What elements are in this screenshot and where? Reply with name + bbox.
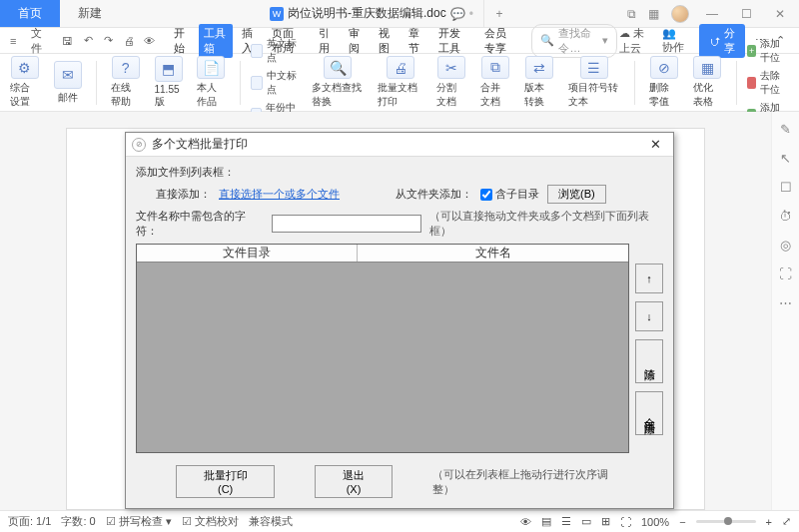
fit-icon[interactable]: ⛶ <box>620 516 631 528</box>
zoom-in[interactable]: + <box>766 516 772 528</box>
move-down-button[interactable]: ↓ <box>635 301 663 331</box>
minus-icon <box>747 77 756 89</box>
command-search[interactable]: 🔍 查找命令… ▾ <box>531 24 617 58</box>
status-spell[interactable]: ☑ 拼写检查 ▾ <box>106 514 172 529</box>
minimize-button[interactable]: — <box>701 7 723 21</box>
ribbon-split[interactable]: ✂分割文档 <box>432 56 470 109</box>
col-filename[interactable]: 文件名 <box>358 245 628 262</box>
pen-icon[interactable]: ✎ <box>780 122 791 137</box>
menu-开始[interactable]: 开始 <box>169 24 195 58</box>
menu-icon[interactable]: ≡ <box>6 33 21 49</box>
dialog-icon: ⊘ <box>132 138 146 152</box>
ribbon-optimize-table[interactable]: ▦优化表格 <box>689 56 727 109</box>
tab-comment-icon[interactable]: 💬 <box>450 7 465 21</box>
cursor-icon[interactable]: ↖ <box>780 151 791 166</box>
punct-icon <box>251 44 263 58</box>
ribbon-delete-zero[interactable]: ⊘删除零值 <box>645 56 683 109</box>
eye-icon[interactable]: 👁 <box>520 516 531 528</box>
layout-icon[interactable]: ⧉ <box>627 7 636 21</box>
view-outline-icon[interactable]: ☰ <box>561 515 571 528</box>
file-list[interactable]: 文件目录 文件名 <box>136 244 629 453</box>
tab-new[interactable]: 新建 <box>60 0 120 27</box>
menu-会员专享[interactable]: 会员专享 <box>479 24 521 58</box>
plus-icon: + <box>747 45 756 57</box>
menu-审阅[interactable]: 审阅 <box>344 24 370 58</box>
maximize-button[interactable]: ☐ <box>735 7 757 21</box>
zoom-slider[interactable] <box>696 520 756 523</box>
search-icon: 🔍 <box>540 34 554 47</box>
menu-工具箱[interactable]: 工具箱 <box>199 24 233 58</box>
redo-icon[interactable]: ↷ <box>101 33 116 49</box>
status-words[interactable]: 字数: 0 <box>61 514 95 529</box>
works-icon: 📄 <box>197 56 225 79</box>
ribbon-convert[interactable]: ⇄版本转换 <box>520 56 558 109</box>
print-icon[interactable]: 🖨 <box>122 33 137 49</box>
ribbon-cn-punct[interactable]: 中文标点 <box>251 69 302 97</box>
undo-icon[interactable]: ↶ <box>81 33 96 49</box>
clear-button[interactable]: 清除 <box>635 339 663 383</box>
clear-all-button[interactable]: 全部清除 <box>635 391 663 435</box>
cloud-icon: ☁ <box>619 27 630 39</box>
batch-print-button[interactable]: 批量打印(C) <box>176 465 275 498</box>
avatar[interactable] <box>671 5 689 23</box>
screenshot-icon[interactable]: ⛶ <box>779 266 792 281</box>
view-page-icon[interactable]: ▤ <box>541 515 551 528</box>
grid-icon[interactable]: ▦ <box>648 7 659 21</box>
expand-icon[interactable]: ⤢ <box>782 515 791 528</box>
browse-button[interactable]: 浏览(B) <box>547 185 606 204</box>
exit-button[interactable]: 退出(X) <box>315 465 392 498</box>
dialog-close-button[interactable]: ✕ <box>644 137 667 152</box>
include-subdir-checkbox[interactable]: 含子目录 <box>480 187 539 202</box>
preview-icon[interactable]: 👁 <box>142 33 157 49</box>
dialog-title: 多个文档批量打印 <box>152 136 248 153</box>
ribbon-add-thousand[interactable]: +添加千位 <box>747 37 789 65</box>
target-icon[interactable]: ◎ <box>780 238 791 253</box>
move-up-button[interactable]: ↑ <box>635 264 663 293</box>
ribbon-composite-settings[interactable]: ⚙综合设置 <box>6 56 44 109</box>
cloud-unsync[interactable]: ☁ 未上云 <box>619 26 652 56</box>
tab-home[interactable]: 首页 <box>0 0 60 27</box>
mail-icon: ✉ <box>54 61 82 89</box>
save-icon[interactable]: 🖫 <box>60 33 75 49</box>
menu-引用[interactable]: 引用 <box>314 24 340 58</box>
ribbon-works[interactable]: 📄本人作品 <box>193 56 231 109</box>
doc-title: 岗位说明书-重庆数据编辑.doc <box>288 5 446 22</box>
filter-input[interactable] <box>272 215 421 233</box>
menu-章节[interactable]: 章节 <box>403 24 429 58</box>
ribbon-remove-thousand[interactable]: 去除千位 <box>747 69 789 97</box>
select-icon[interactable]: ☐ <box>780 180 792 195</box>
view-web-icon[interactable]: ⊞ <box>601 515 610 528</box>
separator <box>96 61 97 105</box>
version-icon: ⬒ <box>155 56 183 82</box>
status-proof[interactable]: ☑ 文档校对 <box>182 514 239 529</box>
settings-icon: ⚙ <box>11 56 39 79</box>
collab-button[interactable]: 👥 协作 <box>662 27 689 55</box>
close-button[interactable]: ✕ <box>769 7 791 21</box>
status-page[interactable]: 页面: 1/1 <box>8 514 51 529</box>
ribbon-mail[interactable]: ✉邮件 <box>50 56 86 109</box>
folder-add-label: 从文件夹添加： <box>396 187 472 202</box>
split-icon: ✂ <box>437 56 465 79</box>
file-menu[interactable]: 文件 <box>27 26 55 56</box>
share-button[interactable]: ⮍分享 <box>699 24 745 58</box>
batch-print-dialog: ⊘ 多个文档批量打印 ✕ 添加文件到列表框： 直接添加： 直接选择一个或多个文件… <box>125 132 674 509</box>
ribbon-multi-find[interactable]: 🔍多文档查找替换 <box>308 56 368 109</box>
ribbon-en-punct[interactable]: 英文标点 <box>251 37 302 65</box>
ribbon-batch-print[interactable]: 🖨批量文档打印 <box>374 56 426 109</box>
ribbon-version[interactable]: ⬒11.55版 <box>151 56 187 109</box>
zoom-label: 100% <box>641 516 669 528</box>
col-directory[interactable]: 文件目录 <box>137 245 358 262</box>
clock-icon[interactable]: ⏱ <box>779 209 792 224</box>
direct-select-link[interactable]: 直接选择一个或多个文件 <box>219 187 340 202</box>
more-sidebar-icon[interactable]: ⋯ <box>779 295 792 310</box>
ribbon-bullet-convert[interactable]: ☰项目符号转文本 <box>564 56 624 109</box>
menu-开发工具[interactable]: 开发工具 <box>433 24 475 58</box>
view-read-icon[interactable]: ▭ <box>581 515 591 528</box>
bullet-icon: ☰ <box>580 56 608 79</box>
menu-视图[interactable]: 视图 <box>374 24 400 58</box>
ribbon-merge[interactable]: ⧉合并文档 <box>476 56 514 109</box>
ribbon-online-help[interactable]: ?在线帮助 <box>107 56 145 109</box>
zoom-out[interactable]: − <box>679 516 685 528</box>
help-icon: ? <box>112 56 140 79</box>
table-icon: ▦ <box>693 56 721 79</box>
